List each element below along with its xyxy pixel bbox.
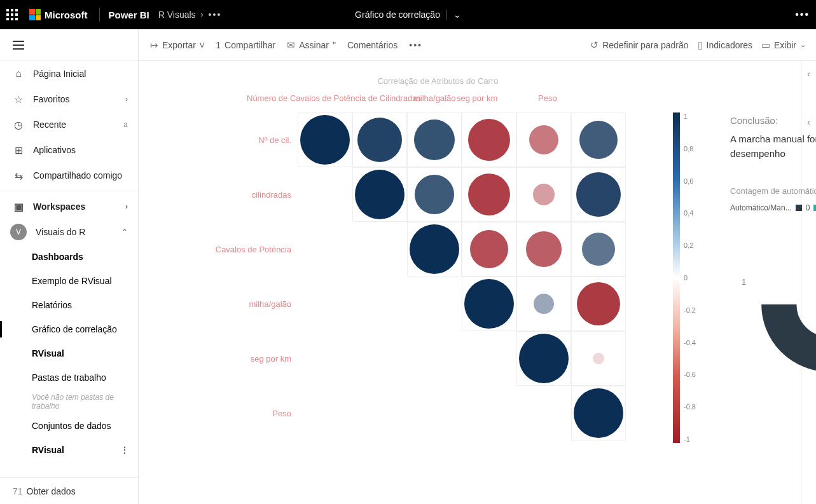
legend-swatch-1 [813,205,816,211]
share-button[interactable]: 1 Compartilhar [216,40,275,50]
chevron-down-icon: ⌄ [453,10,461,20]
chevron-down-icon: V [200,41,204,49]
col-label: Número de Cavalos de Potência de Cilindr… [247,93,421,103]
corr-cell [352,167,407,222]
export-button[interactable]: ↦ Exportar V [150,39,204,51]
legend-label: Automático/Man... [730,203,792,212]
cmd-label: Indicadores [707,40,752,50]
nav-label: Página Inicial [33,69,86,79]
corr-dot [415,175,454,214]
workspace-avatar: V [10,224,27,240]
scale-tick: -0,4 [684,339,696,346]
nav-dashboards-header[interactable]: Dashboards [0,245,138,269]
breadcrumb[interactable]: R Visuals › ••• [158,10,222,20]
nav-report-item-active[interactable]: Gráfico de correlação [0,317,138,341]
corr-dot [414,119,455,161]
cmd-label: Compartilhar [225,40,275,50]
nav-shared[interactable]: ⇆ Compartilhado comigo [0,163,138,188]
nav-label: Compartilhado comigo [33,170,122,180]
nav-rvisual-dataset[interactable]: RVisual ⋮ [0,438,138,462]
subscribe-button[interactable]: ✉ Assinar " [287,39,336,51]
nav-favorites[interactable]: ☆ Favoritos › [0,86,138,112]
chevron-right-icon: › [125,202,128,211]
corr-cell [571,276,626,331]
corr-cell [571,386,626,440]
column-labels: Número de Cavalos de Potência de Cilindr… [196,93,788,112]
corr-dot [582,233,614,265]
microsoft-text: Microsoft [45,10,88,20]
breadcrumb-more-icon[interactable]: ••• [209,10,222,20]
nav-no-workbooks: Você não tem pastas de trabalho [0,390,138,414]
mail-icon: ✉ [287,39,295,51]
page-title-dropdown[interactable]: Gráfico de correlação ⌄ [355,10,461,20]
nav-get-data[interactable]: 71 Obter dados [0,477,138,504]
chevron-down-icon: ⌄ [800,41,806,49]
more-vertical-icon[interactable]: ⋮ [120,445,129,455]
scale-tick: -0,6 [684,371,696,378]
corr-dot [357,118,402,162]
scale-tick: -0,2 [684,306,696,314]
corr-cell [352,112,407,167]
nav-dashboard-item[interactable]: Exemplo de RVisual [0,269,138,293]
left-nav: ⌂ Página Inicial ☆ Favoritos › ◷ Recente… [0,29,139,504]
product-name: Power BI [109,10,149,20]
row-label: seg por km [196,331,298,386]
nav-datasets-header[interactable]: Conjuntos de dados [0,414,138,438]
corr-dot [300,115,350,165]
app-launcher-icon[interactable] [6,9,18,20]
apps-icon: ⊞ [13,144,24,156]
corr-cell [571,331,626,386]
nav-label: Favoritos [33,94,70,104]
chevron-left-icon[interactable]: ‹ [807,69,810,79]
scale-tick: -1 [684,435,696,443]
quote-mark: " [333,40,336,50]
nav-tag: a [123,120,128,129]
cmd-label: Assinar [299,40,329,50]
nav-current-workspace[interactable]: V Visuais do R ⌃ [0,219,138,245]
row-label: milha/galão [196,276,298,331]
scale-ticks: 10,80,60,40,20-0,2-0,4-0,6-0,8-1 [684,112,696,443]
footer-number: 71 [13,486,23,496]
corr-dot [519,334,569,383]
cmd-label: Comentários [347,40,398,50]
corr-dot [468,174,510,215]
main-content: ↦ Exportar V 1 Compartilhar ✉ Assinar " … [139,29,816,504]
donut-chart: 0 1 [756,231,816,378]
microsoft-logo: Microsoft [29,9,88,20]
nav-recent[interactable]: ◷ Recente a [0,112,138,137]
bookmarks-button[interactable]: ▯ Indicadores [698,39,752,51]
chevron-right-icon: › [201,10,204,19]
page-title: Gráfico de correlação [355,10,440,20]
corr-cell [298,112,352,167]
plot-title: Correlação de Atributos do Carro [88,76,788,86]
scale-tick: 0 [684,274,696,282]
command-bar: ↦ Exportar V 1 Compartilhar ✉ Assinar " … [139,29,816,61]
export-icon: ↦ [150,39,158,51]
global-header: Microsoft Power BI R Visuals › ••• Gráfi… [0,0,816,29]
nav-workspaces[interactable]: ▣ Workspaces › [0,194,138,219]
view-button[interactable]: ▭ Exibir ⌄ [761,39,806,51]
scale-tick: 0,2 [684,242,696,249]
nav-label: RVisual [32,445,64,455]
legend-swatch-0 [796,205,802,211]
hamburger-icon[interactable] [13,41,24,50]
corr-cell [516,222,571,276]
more-commands-icon[interactable]: ••• [409,40,422,50]
donut-label-1: 1 [742,277,746,287]
reset-button[interactable]: ↺ Redefinir para padrão [590,39,688,51]
corr-cell [407,167,462,222]
more-options-icon[interactable]: ••• [795,9,810,20]
corr-cell [407,112,462,167]
scale-tick: -0,8 [684,403,696,411]
comments-button[interactable]: Comentários [347,40,398,50]
color-scale: 10,80,60,40,20-0,2-0,4-0,6-0,8-1 [673,112,696,443]
breadcrumb-root[interactable]: R Visuals [158,10,196,20]
nav-apps[interactable]: ⊞ Aplicativos [0,137,138,163]
nav-rvisual[interactable]: RVisual [0,341,138,365]
nav-reports-header[interactable]: Relatórios [0,293,138,317]
corr-cell [462,276,516,331]
divider [99,8,100,22]
corr-dot [355,170,405,219]
nav-workbooks-header[interactable]: Pastas de trabalho [0,365,138,390]
col-label: milha/galão [413,93,456,103]
